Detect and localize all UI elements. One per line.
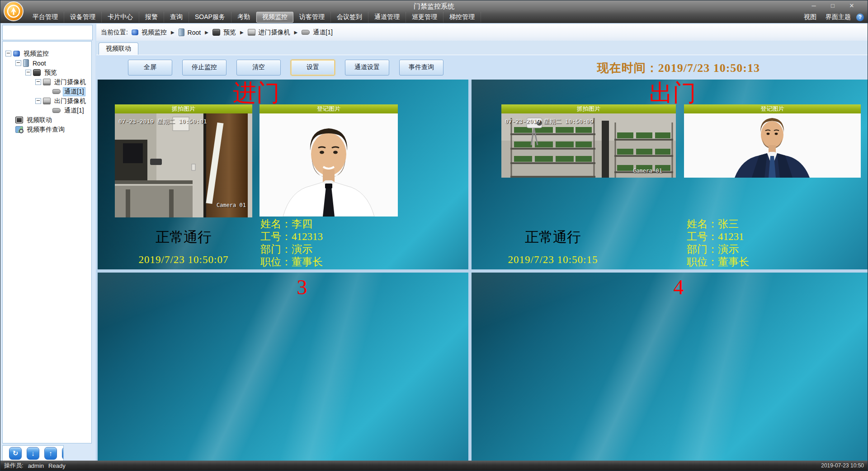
tree-item-entry-camera[interactable]: 进门摄像机 bbox=[3, 77, 91, 87]
stop-monitor-button[interactable]: 停止监控 bbox=[182, 60, 226, 75]
operator-label: 操作员: bbox=[4, 462, 24, 470]
breadcrumb-item-video-monitor[interactable]: 视频监控 bbox=[132, 28, 167, 37]
collapse-icon[interactable] bbox=[35, 79, 41, 85]
menu-attendance[interactable]: 考勤 bbox=[231, 12, 256, 23]
status-bar: 操作员: admin Ready 2019-07-23 10:50 bbox=[0, 461, 868, 471]
help-icon[interactable]: ? bbox=[856, 14, 864, 21]
minimize-button[interactable]: ─ bbox=[804, 2, 823, 10]
video-panel-3[interactable]: 3 bbox=[98, 273, 468, 461]
person-title-row: 职位：董事长 bbox=[687, 256, 749, 268]
person-info: 姓名：张三 工号：41231 部门：演示 职位：董事长 bbox=[687, 218, 749, 268]
panel-number-label: 4 bbox=[674, 277, 684, 298]
menu-platform[interactable]: 平台管理 bbox=[27, 12, 64, 23]
menu-query[interactable]: 查询 bbox=[164, 12, 189, 23]
entry-overlay-label: 进门 bbox=[233, 81, 280, 105]
breadcrumb-item-entry-camera[interactable]: 进门摄像机 bbox=[248, 28, 290, 37]
menu-bar: 平台管理 设备管理 卡片中心 报警 查询 SOAP服务 考勤 视频监控 访客管理… bbox=[27, 11, 782, 23]
tree-item-root[interactable]: Root bbox=[3, 58, 91, 68]
video-grid: 进门 抓拍图片 bbox=[96, 80, 868, 461]
window-title: 门禁监控系统 bbox=[0, 2, 868, 11]
person-info: 姓名：李四 工号：412313 部门：演示 职位：董事长 bbox=[260, 218, 323, 268]
current-time: 现在时间：2019/7/23 10:50:13 bbox=[597, 60, 760, 76]
menu-right-group: 视图 界面主题 ? bbox=[800, 11, 864, 23]
tv-icon bbox=[15, 117, 23, 123]
tree-item-label: 通道[1] bbox=[63, 106, 85, 115]
tree-item-video-linkage[interactable]: 视频联动 bbox=[3, 115, 91, 125]
breadcrumb-text: Root bbox=[188, 29, 201, 36]
person-id-row: 工号：412313 bbox=[260, 231, 323, 243]
collapse-icon[interactable] bbox=[5, 51, 11, 57]
tree-item-label-selected: 通道[1] bbox=[63, 87, 85, 96]
tree-item-label: 预览 bbox=[43, 68, 58, 77]
menu-view[interactable]: 视图 bbox=[800, 12, 820, 23]
video-panel-exit[interactable]: 出门 抓拍图片 bbox=[472, 80, 868, 269]
window-controls: ─ □ ✕ bbox=[804, 2, 861, 10]
ready-status: Ready bbox=[48, 462, 66, 469]
collapse-icon[interactable] bbox=[25, 70, 31, 75]
capture-photo-header: 抓拍图片 bbox=[115, 104, 252, 113]
tree-item-exit-camera[interactable]: 出门摄像机 bbox=[3, 96, 91, 106]
settings-button[interactable]: 设置 bbox=[291, 60, 335, 75]
video-panel-entry[interactable]: 进门 抓拍图片 bbox=[98, 80, 468, 269]
register-photo-header: 登记图片 bbox=[259, 104, 398, 113]
breadcrumb-item-channel[interactable]: 通道[1] bbox=[302, 28, 333, 37]
tree-item-video-event-query[interactable]: 视频事件查询 bbox=[3, 125, 91, 134]
tree-item-video-monitor[interactable]: 视频监控 bbox=[3, 49, 91, 58]
close-button[interactable]: ✕ bbox=[842, 2, 861, 10]
refresh-icon[interactable]: ↻ bbox=[9, 447, 22, 460]
person-dept-row: 部门：演示 bbox=[687, 243, 749, 256]
tree-item-exit-channel[interactable]: 通道[1] bbox=[3, 106, 91, 115]
download-icon[interactable]: ↓ bbox=[27, 447, 39, 460]
app-window: 门禁监控系统 ─ □ ✕ 平台管理 设备管理 卡片中心 报警 bbox=[0, 0, 868, 471]
tree-item-label: 视频事件查询 bbox=[25, 125, 66, 134]
channel-icon bbox=[302, 30, 310, 35]
tree-item-label: 进门摄像机 bbox=[53, 78, 87, 87]
clipped-icon[interactable]: ↻ bbox=[62, 447, 64, 460]
operator-value: admin bbox=[28, 462, 44, 469]
server-icon bbox=[23, 59, 29, 67]
menu-device[interactable]: 设备管理 bbox=[64, 12, 102, 23]
camera-name-label: Camera 01 bbox=[217, 202, 246, 208]
menu-patrol[interactable]: 巡更管理 bbox=[406, 12, 443, 23]
tree-item-entry-channel[interactable]: 通道[1] bbox=[3, 87, 91, 96]
menu-visitor[interactable]: 访客管理 bbox=[293, 12, 331, 23]
capture-photo: 07-23-2019 星期二 10:50:09 Camera 01 bbox=[501, 113, 676, 178]
menu-theme[interactable]: 界面主题 bbox=[822, 12, 854, 23]
chevron-right-icon: ▶ bbox=[171, 30, 175, 35]
event-query-button[interactable]: 事件查询 bbox=[399, 60, 443, 75]
device-icon bbox=[43, 98, 51, 104]
maximize-button[interactable]: □ bbox=[823, 2, 842, 10]
clear-button[interactable]: 清空 bbox=[236, 60, 281, 75]
menu-elevator[interactable]: 梯控管理 bbox=[443, 12, 481, 23]
pass-time: 2019/7/23 10:50:07 bbox=[115, 254, 252, 266]
tree-item-label: 出门摄像机 bbox=[53, 97, 87, 106]
toolbar: 全屏 停止监控 清空 设置 通道设置 事件查询 现在时间：2019/7/23 1… bbox=[96, 55, 868, 80]
menu-video-monitor[interactable]: 视频监控 bbox=[256, 12, 293, 23]
collapse-icon[interactable] bbox=[15, 60, 21, 66]
id-label: 工号： bbox=[260, 231, 292, 242]
upload-icon[interactable]: ↑ bbox=[44, 447, 57, 460]
menu-card-center[interactable]: 卡片中心 bbox=[102, 12, 139, 23]
breadcrumb-item-root[interactable]: Root bbox=[179, 28, 201, 36]
fullscreen-button[interactable]: 全屏 bbox=[128, 60, 172, 75]
menu-meeting[interactable]: 会议签到 bbox=[331, 12, 368, 23]
tab-video-linkage[interactable]: 视频联动 bbox=[99, 42, 138, 55]
monitor-icon bbox=[212, 29, 220, 36]
menu-channel[interactable]: 通道管理 bbox=[368, 12, 406, 23]
title-value: 董事长 bbox=[718, 256, 749, 268]
tree-item-preview[interactable]: 预览 bbox=[3, 68, 91, 77]
breadcrumb-item-preview[interactable]: 预览 bbox=[212, 28, 236, 37]
register-photo-box: 登记图片 bbox=[259, 104, 398, 217]
channel-settings-button[interactable]: 通道设置 bbox=[345, 60, 389, 75]
tab-strip: 视频联动 bbox=[96, 41, 868, 55]
breadcrumb-text: 预览 bbox=[223, 28, 236, 37]
menu-soap[interactable]: SOAP服务 bbox=[189, 12, 231, 23]
capture-photo-header: 抓拍图片 bbox=[501, 104, 676, 113]
collapse-icon[interactable] bbox=[35, 98, 41, 104]
video-panel-4[interactable]: 4 bbox=[472, 273, 868, 461]
person-dept-row: 部门：演示 bbox=[260, 243, 323, 256]
id-label: 工号： bbox=[687, 231, 718, 242]
menu-alarm[interactable]: 报警 bbox=[139, 12, 164, 23]
name-value: 李四 bbox=[292, 218, 312, 230]
name-label: 姓名： bbox=[260, 218, 292, 230]
